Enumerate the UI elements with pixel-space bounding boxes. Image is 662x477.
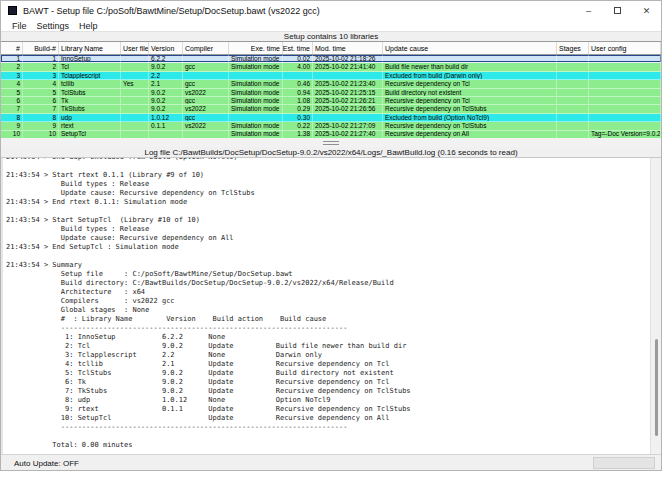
table-cell: 9 <box>23 122 59 129</box>
table-cell <box>183 131 229 138</box>
table-row[interactable]: 55TclStubs9.0.2vs2022Simulation mode0.94… <box>1 89 661 97</box>
table-cell <box>383 55 557 62</box>
table-cell: 5 <box>1 89 23 96</box>
table-cell: 2025-10-02 21:25:15 <box>313 89 383 96</box>
table-cell: Simulation mode <box>229 63 283 70</box>
table-cell: 8 <box>1 114 23 121</box>
close-icon[interactable]: ✕ <box>632 1 661 20</box>
column-header-compiler[interactable]: Compiler <box>183 42 229 54</box>
log-text: 21:43:54 > End udp: Excluded from build … <box>6 158 411 450</box>
table-cell: 9.0.2 <box>149 89 183 96</box>
table-cell: TkStubs <box>59 105 121 112</box>
table-cell <box>283 72 313 79</box>
column-header-mod-time[interactable]: Mod. time <box>313 42 383 54</box>
table-cell: 1 <box>1 55 23 62</box>
table-cell <box>121 97 149 104</box>
table-cell: 0.29 <box>283 105 313 112</box>
table-row[interactable]: 99rtext0.1.1vs2022Simulation mode0.22202… <box>1 122 661 130</box>
table-cell <box>121 63 149 70</box>
table-cell: 3 <box>23 72 59 79</box>
table-cell: Recursive dependency on Tcl <box>383 80 557 87</box>
table-cell <box>589 97 661 104</box>
table-cell <box>121 122 149 129</box>
column-header-num[interactable]: # <box>1 42 23 54</box>
table-cell: 7 <box>23 105 59 112</box>
pane-splitter[interactable] <box>1 138 661 147</box>
table-header-row: #Build-#Library NameUser fileVersionComp… <box>1 42 661 55</box>
minimize-icon[interactable]: – <box>574 1 603 20</box>
table-cell <box>149 131 183 138</box>
column-header-update-cause[interactable]: Update cause <box>383 42 557 54</box>
menu-item-help[interactable]: Help <box>74 21 103 31</box>
log-scrollbar-thumb[interactable] <box>655 339 658 437</box>
menu-item-settings[interactable]: Settings <box>32 21 75 31</box>
table-cell: Simulation mode <box>229 89 283 96</box>
info-bar: Setup contains 10 libraries <box>1 31 661 41</box>
table-cell: 0.30 <box>283 114 313 121</box>
table-cell <box>589 114 661 121</box>
column-header-user-file[interactable]: User file <box>121 42 149 54</box>
table-cell: 2025-10-02 21:26:21 <box>313 97 383 104</box>
column-header-version[interactable]: Version <box>149 42 183 54</box>
table-cell: gcc <box>183 80 229 87</box>
table-row[interactable]: 33Tclapplescript2.2Excluded from build (… <box>1 72 661 80</box>
table-cell: 6 <box>23 97 59 104</box>
library-table: #Build-#Library NameUser fileVersionComp… <box>1 41 661 138</box>
table-cell: Simulation mode <box>229 80 283 87</box>
table-cell: 1.08 <box>283 97 313 104</box>
table-cell <box>589 55 661 62</box>
table-row[interactable]: 44tcllibYes2.1gccSimulation mode0.462025… <box>1 80 661 88</box>
table-row[interactable]: 66Tk9.0.2gccSimulation mode1.082025-10-0… <box>1 97 661 105</box>
splitter-grip-icon[interactable] <box>323 141 339 145</box>
table-cell: Build file newer than build dir <box>383 63 557 70</box>
table-body: 11InnoSetup6.2.2Simulation mode0.022025-… <box>1 55 661 139</box>
title-bar[interactable]: BAWT - Setup file C:/poSoft/BawtMine/Set… <box>1 1 661 20</box>
menu-bar: FileSettingsHelp <box>1 20 661 31</box>
table-cell <box>557 80 589 87</box>
table-cell: Tcl <box>59 63 121 70</box>
table-cell <box>589 72 661 79</box>
table-cell: Excluded from build (Option NoTcl9) <box>383 114 557 121</box>
table-cell <box>589 63 661 70</box>
table-cell: Recursive dependency on Tcl <box>383 97 557 104</box>
table-cell <box>557 63 589 70</box>
table-row[interactable]: 11InnoSetup6.2.2Simulation mode0.022025-… <box>1 55 661 63</box>
table-row[interactable]: 22Tcl9.0.2gccSimulation mode4.002025-10-… <box>1 63 661 71</box>
table-cell <box>229 114 283 121</box>
table-cell: gcc <box>183 97 229 104</box>
table-cell: gcc <box>183 63 229 70</box>
window-title: BAWT - Setup file C:/poSoft/BawtMine/Set… <box>23 6 320 16</box>
table-cell: Excluded from build (Darwin only) <box>383 72 557 79</box>
log-scrollbar[interactable] <box>650 158 661 454</box>
table-cell: Simulation mode <box>229 55 283 62</box>
table-cell <box>121 89 149 96</box>
table-cell: 2 <box>23 63 59 70</box>
table-cell: 1.0.12 <box>149 114 183 121</box>
table-cell: 4 <box>1 80 23 87</box>
table-cell <box>589 105 661 112</box>
table-cell: 6 <box>1 97 23 104</box>
status-field <box>593 457 655 469</box>
column-header-build[interactable]: Build-# <box>23 42 59 54</box>
table-cell: 0.46 <box>283 80 313 87</box>
table-row[interactable]: 77TkStubs9.0.2vs2022Simulation mode0.292… <box>1 105 661 113</box>
table-cell <box>557 105 589 112</box>
table-cell <box>557 55 589 62</box>
table-cell: TclStubs <box>59 89 121 96</box>
column-header-stages[interactable]: Stages <box>557 42 589 54</box>
table-cell: Simulation mode <box>229 122 283 129</box>
column-header-user-config[interactable]: User config <box>589 42 661 54</box>
column-header-est-time[interactable]: Est. time <box>283 42 313 54</box>
table-cell: Tag=-Doc Version=9.0.2.0 <box>589 131 661 138</box>
table-cell: Recursive dependency on TclStubs <box>383 122 557 129</box>
maximize-icon[interactable] <box>603 1 632 20</box>
column-header-exe-time[interactable]: Exe. time <box>229 42 283 54</box>
auto-update-status: Auto Update: OFF <box>14 459 79 468</box>
table-cell: 0.22 <box>283 122 313 129</box>
menu-item-file[interactable]: File <box>7 21 32 31</box>
table-cell <box>121 131 149 138</box>
table-row[interactable]: 88udp1.0.12gcc0.30Excluded from build (O… <box>1 114 661 122</box>
column-header-library-name[interactable]: Library Name <box>59 42 121 54</box>
table-cell <box>313 72 383 79</box>
log-output-area[interactable]: 21:43:54 > End udp: Excluded from build … <box>1 158 661 454</box>
